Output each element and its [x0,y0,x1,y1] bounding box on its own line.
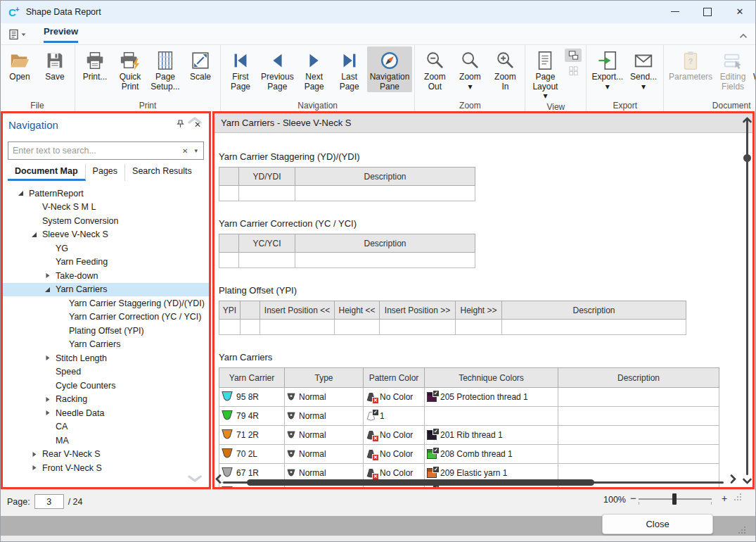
document-map-tree: PatternReportV-Neck S M LSystem Conversi… [2,187,210,488]
tree-item-racking[interactable]: Racking [2,393,210,407]
zoom-out-button[interactable]: Zoom Out [417,46,452,92]
vertical-scrollbar[interactable] [746,119,748,475]
tree-item-plating-offset-ypi[interactable]: Plating Offset (YPI) [2,324,210,338]
tree-item-yarn-carrier-correction-yc-yci[interactable]: Yarn Carrier Correction (YC / YCI) [2,310,210,324]
page-setup-button[interactable]: Page Setup... [148,46,183,92]
tree-item-yarn-carriers[interactable]: Yarn Carriers [2,338,210,352]
export-button[interactable]: Export... ▾ [589,46,626,92]
scroll-right-icon[interactable] [730,474,736,487]
app-menu-button[interactable] [8,27,30,42]
description-cell [558,388,719,407]
tree-item-patternreport[interactable]: PatternReport [2,187,210,201]
zoom-button[interactable]: Zoom ▾ [452,46,487,92]
tree-item-yarn-feeding[interactable]: Yarn Feeding [2,256,210,270]
save-button[interactable]: Save [37,46,72,83]
scale-button[interactable]: Scale [183,46,218,83]
zoom-plus-button[interactable]: + [722,493,727,504]
zoom-in-button[interactable]: Zoom In [487,46,523,92]
search-clear-icon[interactable]: ✕ [177,147,193,155]
yarn-carrier-cell: 70 2L [219,445,285,464]
tab-preview[interactable]: Preview [44,26,78,43]
tree-item-yarn-carrier-staggering-yd-ydi[interactable]: Yarn Carrier Staggering (YD)/(YDI) [2,296,210,310]
zoom-slider-thumb[interactable] [672,493,677,505]
page-layout-button[interactable]: Page Layout ▾ [527,46,563,102]
first-page-button[interactable]: First Page [223,46,258,92]
tree-item-ma[interactable]: MA [2,434,210,448]
scroll-up-icon[interactable] [742,113,752,126]
expander-expanded-icon[interactable] [44,286,56,293]
no-color-badge-icon: ✕ [372,435,379,442]
ribbon-button-label: Quick Print [120,73,141,92]
maximize-button[interactable] [691,0,724,23]
ribbon-group-print: Print...Quick PrintPage Setup...ScalePri… [75,45,221,113]
search-input[interactable] [8,146,177,156]
pattern-color-icon: ✓ [366,411,376,422]
tree-item-stitch-length[interactable]: Stitch Length [2,351,210,365]
pane-splitter[interactable] [210,113,214,488]
table-cell [239,186,295,201]
tree-scroll-up-icon[interactable] [187,114,203,127]
vertical-scrollbar-thumb[interactable] [743,154,751,162]
table-plating-offset-ypi: YPIInsert Position <<Height <<Insert Pos… [219,301,686,335]
watermark-button[interactable]: Watermark [750,46,756,83]
print-button[interactable]: Print... [77,46,113,83]
tree-item-take-down[interactable]: Take-down [2,269,210,283]
expander-expanded-icon[interactable] [31,232,42,238]
last-page-button[interactable]: Last Page [332,46,367,92]
tree-scroll-down-icon[interactable] [187,473,203,486]
tab-pages[interactable]: Pages [86,164,125,181]
pin-icon[interactable] [177,118,184,131]
tree-item-yarn-carriers[interactable]: Yarn Carriers [2,283,210,297]
tree-item-speed[interactable]: Speed [2,365,210,379]
navigation-pane-button[interactable]: Navigation Pane [367,46,413,92]
scroll-left-icon[interactable] [215,474,222,487]
tree-item-front-v-neck-s[interactable]: Front V-Neck S [2,461,210,475]
close-button[interactable]: Close [602,514,713,534]
tab-document-map[interactable]: Document Map [8,164,86,181]
tree-item-ca[interactable]: CA [2,420,210,434]
page-number-input[interactable] [34,494,64,509]
expander-collapsed-icon[interactable] [44,272,56,279]
expander-collapsed-icon[interactable] [31,465,42,471]
tree-item-cycle-counters[interactable]: Cycle Counters [2,379,210,393]
expander-collapsed-icon[interactable] [44,410,56,416]
expander-collapsed-icon[interactable] [31,451,42,458]
previous-page-button[interactable]: Previous Page [258,46,297,92]
facing-pages-view-button[interactable] [565,49,582,62]
expander-collapsed-icon[interactable] [44,396,56,403]
expander-collapsed-icon[interactable] [44,355,56,361]
close-window-button[interactable]: ✕ [724,0,756,23]
search-options-caret-icon[interactable]: ▾ [193,147,203,154]
tree-item-label: System Conversion [42,216,118,226]
ribbon-groups: OpenSaveFilePrint...Quick PrintPage Setu… [0,45,756,113]
cell-text: Normal [299,411,326,421]
next-page-button[interactable]: Next Page [297,46,332,92]
carrier-type-icon [287,450,295,459]
zoom-percent: 100% [603,495,626,505]
ribbon-button-label: Export... ▾ [591,73,623,92]
tab-search-results[interactable]: Search Results [125,164,199,181]
send-button[interactable]: Send... ▾ [626,46,661,92]
tree-item-needle-data[interactable]: Needle Data [2,406,210,420]
tree-item-label: Sleeve V-Neck S [42,229,108,239]
tree-item-label: V-Neck S M L [42,202,96,212]
technique-color-icon: ✓ [427,487,437,488]
tree-item-yg[interactable]: YG [2,241,210,256]
ribbon-collapse-button[interactable] [739,29,748,42]
table-cell [380,320,456,335]
resize-grip-icon[interactable] [733,493,741,502]
minimize-button[interactable] [659,0,691,23]
zoom-minus-button[interactable]: − [630,492,636,504]
tree-item-sleeve-v-neck-s[interactable]: Sleeve V-Neck S [2,228,210,242]
tree-item-system-conversion[interactable]: System Conversion [2,214,210,228]
open-button[interactable]: Open [2,46,37,83]
expander-expanded-icon[interactable] [18,190,29,196]
resize-grip-icon[interactable] [737,527,745,535]
quick-print-button[interactable]: Quick Print [113,46,148,92]
tree-item-v-neck-s-m-l[interactable]: V-Neck S M L [2,201,210,215]
horizontal-scrollbar-thumb[interactable] [247,479,594,486]
scroll-down-icon[interactable] [742,474,752,487]
zoom-tick [639,502,639,505]
table-cell [502,320,686,335]
tree-item-rear-v-neck-s[interactable]: Rear V-Neck S [2,448,210,462]
